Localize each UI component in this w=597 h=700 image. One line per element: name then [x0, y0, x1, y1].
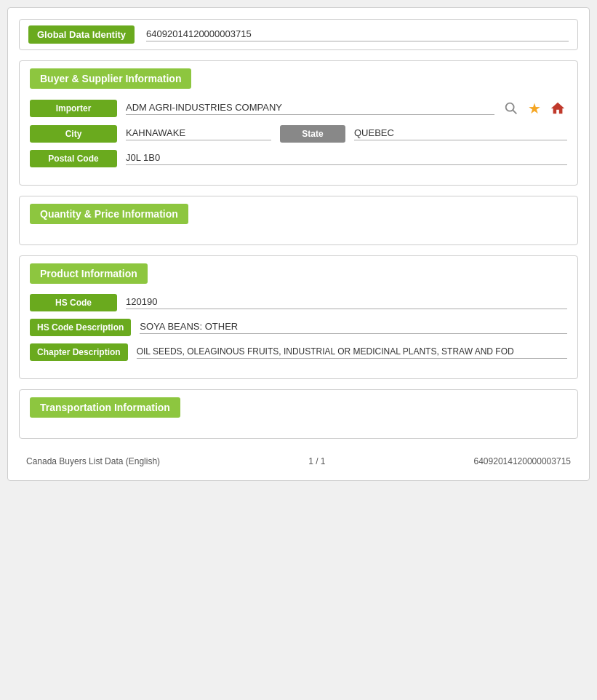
importer-label: Importer: [30, 100, 117, 117]
importer-row: Importer ADM AGRI-INDUSTRIES COMPANY ★: [30, 99, 567, 118]
svg-point-0: [506, 103, 514, 111]
importer-value: ADM AGRI-INDUSTRIES COMPANY: [126, 102, 494, 115]
product-header: Product Information: [30, 263, 148, 284]
footer-left: Canada Buyers List Data (English): [26, 456, 160, 466]
city-label: City: [30, 125, 117, 143]
chapter-desc-row: Chapter Description OIL SEEDS, OLEAGINOU…: [30, 343, 567, 361]
postal-code-value: J0L 1B0: [126, 152, 567, 165]
hs-code-value: 120190: [126, 296, 567, 309]
buyer-supplier-section: Buyer & Supplier Information Importer AD…: [19, 60, 578, 186]
postal-code-row: Postal Code J0L 1B0: [30, 150, 567, 167]
chapter-desc-label: Chapter Description: [30, 343, 128, 361]
search-icon[interactable]: [502, 99, 521, 118]
global-id-value: 64092014120000003715: [146, 28, 569, 41]
global-id-row: Global Data Identity 6409201412000000371…: [19, 19, 578, 50]
svg-line-1: [513, 110, 516, 114]
postal-code-label: Postal Code: [30, 150, 117, 167]
product-section: Product Information HS Code 120190 HS Co…: [19, 255, 578, 379]
quantity-price-section: Quantity & Price Information: [19, 196, 578, 245]
hs-code-desc-row: HS Code Description SOYA BEANS: OTHER: [30, 319, 567, 336]
state-label: State: [280, 125, 345, 143]
chapter-desc-value: OIL SEEDS, OLEAGINOUS FRUITS, INDUSTRIAL…: [137, 346, 567, 359]
buyer-supplier-header: Buyer & Supplier Information: [30, 68, 191, 89]
footer: Canada Buyers List Data (English) 1 / 1 …: [19, 453, 578, 469]
star-icon[interactable]: ★: [525, 99, 544, 118]
quantity-price-header: Quantity & Price Information: [30, 204, 188, 224]
transportation-section: Transportation Information: [19, 389, 578, 439]
transportation-header: Transportation Information: [30, 397, 180, 418]
action-icons: ★: [502, 99, 567, 118]
hs-code-desc-value: SOYA BEANS: OTHER: [140, 321, 567, 334]
home-icon[interactable]: [548, 99, 567, 118]
city-value: KAHNAWAKE: [126, 127, 271, 140]
footer-center: 1 / 1: [308, 456, 325, 466]
hs-code-label: HS Code: [30, 294, 117, 311]
state-value: QUEBEC: [354, 127, 567, 140]
hs-code-desc-label: HS Code Description: [30, 319, 131, 336]
city-state-row: City KAHNAWAKE State QUEBEC: [30, 125, 567, 143]
main-container: Global Data Identity 6409201412000000371…: [7, 7, 590, 481]
hs-code-row: HS Code 120190: [30, 294, 567, 311]
global-id-label: Global Data Identity: [28, 25, 135, 44]
footer-right: 64092014120000003715: [474, 456, 571, 466]
